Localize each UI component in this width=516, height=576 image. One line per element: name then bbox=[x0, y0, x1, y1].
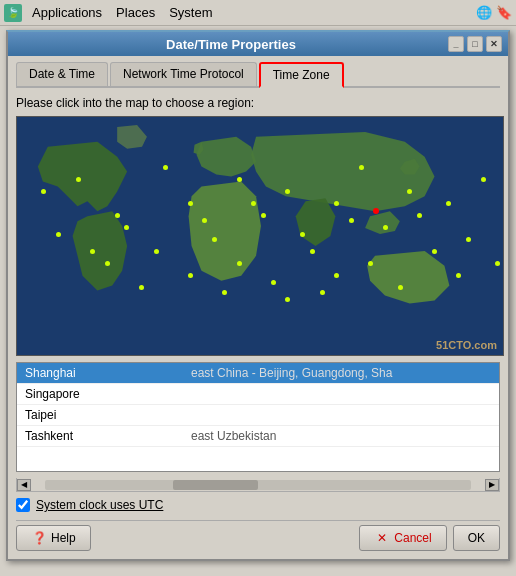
bookmark-icon: 🔖 bbox=[496, 5, 512, 20]
city-dot bbox=[432, 249, 437, 254]
ok-cancel-buttons: ✕ Cancel OK bbox=[359, 525, 500, 551]
bottom-buttons: ❓ Help ✕ Cancel OK bbox=[16, 520, 500, 553]
scroll-right-button[interactable]: ▶ bbox=[485, 479, 499, 491]
list-region bbox=[183, 384, 499, 404]
help-label: Help bbox=[51, 531, 76, 545]
city-dot bbox=[188, 201, 193, 206]
cancel-button[interactable]: ✕ Cancel bbox=[359, 525, 446, 551]
city-dot bbox=[237, 261, 242, 266]
tab-ntp[interactable]: Network Time Protocol bbox=[110, 62, 257, 86]
close-button[interactable]: ✕ bbox=[486, 36, 502, 52]
city-dot bbox=[320, 290, 325, 295]
city-dot bbox=[76, 177, 81, 182]
menu-places[interactable]: Places bbox=[110, 3, 161, 22]
watermark: 51CTO.com bbox=[436, 339, 497, 351]
list-city: Singapore bbox=[17, 384, 183, 404]
minimize-button[interactable]: _ bbox=[448, 36, 464, 52]
list-region: east Uzbekistan bbox=[183, 426, 499, 446]
city-dot bbox=[271, 280, 276, 285]
taskbar: 🍃 Applications Places System 🌐 🔖 bbox=[0, 0, 516, 26]
help-icon: ❓ bbox=[31, 530, 47, 546]
utc-checkbox-row: System clock uses UTC bbox=[16, 498, 500, 512]
timezone-map[interactable]: 51CTO.com bbox=[16, 116, 504, 356]
timezone-list[interactable]: Shanghai east China - Beijing, Guangdong… bbox=[16, 362, 500, 472]
list-item[interactable]: Taipei bbox=[17, 405, 499, 426]
list-item[interactable]: Singapore bbox=[17, 384, 499, 405]
scroll-thumb[interactable] bbox=[173, 480, 258, 490]
taskbar-app-icon: 🍃 bbox=[4, 4, 22, 22]
utc-label[interactable]: System clock uses UTC bbox=[36, 498, 163, 512]
list-city: Tashkent bbox=[17, 426, 183, 446]
city-dot bbox=[139, 285, 144, 290]
city-dot bbox=[115, 213, 120, 218]
scroll-track[interactable] bbox=[45, 480, 471, 490]
horizontal-scrollbar[interactable]: ◀ ▶ bbox=[16, 478, 500, 492]
scroll-left-button[interactable]: ◀ bbox=[17, 479, 31, 491]
ok-button[interactable]: OK bbox=[453, 525, 500, 551]
city-dot bbox=[481, 177, 486, 182]
city-dot bbox=[349, 218, 354, 223]
taskbar-menu: Applications Places System bbox=[26, 3, 218, 22]
maximize-button[interactable]: □ bbox=[467, 36, 483, 52]
list-region: east China - Beijing, Guangdong, Sha bbox=[183, 363, 499, 383]
tab-date-time[interactable]: Date & Time bbox=[16, 62, 108, 86]
city-dot bbox=[310, 249, 315, 254]
city-dot bbox=[383, 225, 388, 230]
tab-bar: Date & Time Network Time Protocol Time Z… bbox=[16, 62, 500, 88]
cancel-icon: ✕ bbox=[374, 530, 390, 546]
cancel-label: Cancel bbox=[394, 531, 431, 545]
city-dot bbox=[105, 261, 110, 266]
list-region bbox=[183, 405, 499, 425]
window-content: Date & Time Network Time Protocol Time Z… bbox=[8, 56, 508, 559]
menu-applications[interactable]: Applications bbox=[26, 3, 108, 22]
ok-label: OK bbox=[468, 531, 485, 545]
city-dot bbox=[261, 213, 266, 218]
globe-icon: 🌐 bbox=[476, 5, 492, 20]
list-rows: Shanghai east China - Beijing, Guangdong… bbox=[17, 363, 499, 447]
list-city: Shanghai bbox=[17, 363, 183, 383]
utc-checkbox[interactable] bbox=[16, 498, 30, 512]
instruction-text: Please click into the map to choose a re… bbox=[16, 96, 500, 110]
list-city: Taipei bbox=[17, 405, 183, 425]
menu-system[interactable]: System bbox=[163, 3, 218, 22]
city-dot bbox=[237, 177, 242, 182]
date-time-properties-window: Date/Time Properties _ □ ✕ Date & Time N… bbox=[6, 30, 510, 561]
help-button[interactable]: ❓ Help bbox=[16, 525, 91, 551]
city-dot bbox=[398, 285, 403, 290]
city-dot bbox=[154, 249, 159, 254]
city-dot bbox=[188, 273, 193, 278]
list-item[interactable]: Tashkent east Uzbekistan bbox=[17, 426, 499, 447]
tab-timezone[interactable]: Time Zone bbox=[259, 62, 344, 88]
window-title: Date/Time Properties bbox=[14, 37, 448, 52]
window-titlebar: Date/Time Properties _ □ ✕ bbox=[8, 32, 508, 56]
list-item[interactable]: Shanghai east China - Beijing, Guangdong… bbox=[17, 363, 499, 384]
window-controls: _ □ ✕ bbox=[448, 36, 502, 52]
taskbar-right: 🌐 🔖 bbox=[476, 5, 512, 20]
city-dot bbox=[359, 165, 364, 170]
city-dot bbox=[466, 237, 471, 242]
city-dot bbox=[222, 290, 227, 295]
